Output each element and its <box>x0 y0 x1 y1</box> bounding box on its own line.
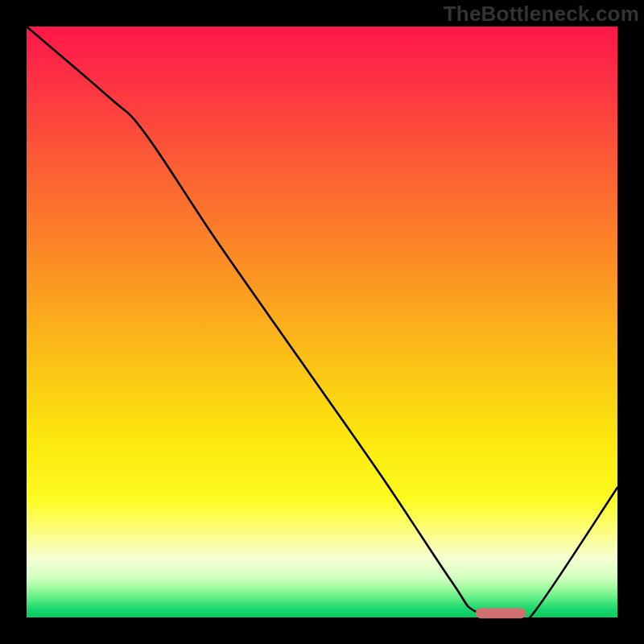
plot-area <box>27 27 617 617</box>
chart-container: TheBottleneck.com <box>0 0 644 644</box>
optimal-range-marker <box>476 608 526 618</box>
chart-svg <box>27 27 617 617</box>
watermark-text: TheBottleneck.com <box>444 2 639 27</box>
bottleneck-curve <box>27 27 617 624</box>
